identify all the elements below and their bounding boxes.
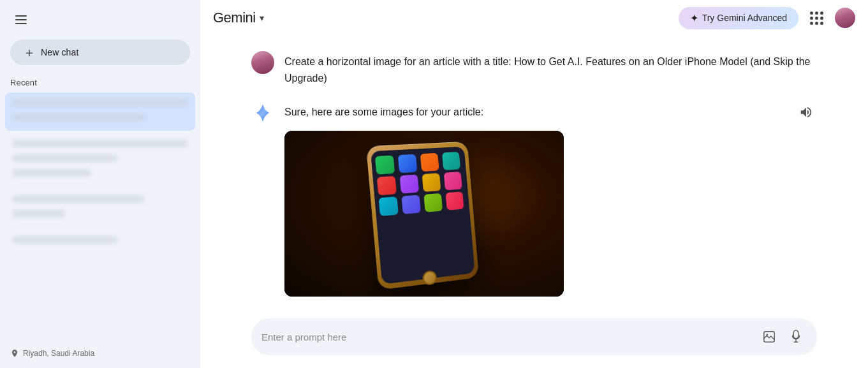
user-message-text: Create a horizontal image for an article… xyxy=(284,54,817,86)
list-item[interactable] xyxy=(5,133,195,186)
dropdown-caret-icon[interactable]: ▾ xyxy=(260,13,264,23)
user-avatar xyxy=(251,51,274,74)
avatar[interactable] xyxy=(835,8,855,28)
generated-image xyxy=(284,131,564,297)
hamburger-icon xyxy=(15,15,27,24)
gemini-response-text: Sure, here are some images for your arti… xyxy=(284,104,483,121)
image-upload-icon xyxy=(762,330,776,344)
app-icon xyxy=(377,176,397,195)
list-item[interactable] xyxy=(5,230,195,253)
location-text: Riyadh, Saudi Arabia xyxy=(23,349,94,358)
gemini-avatar xyxy=(251,101,274,124)
app-icon xyxy=(423,193,443,212)
iphone-screen xyxy=(371,146,475,284)
new-chat-button[interactable]: ＋ New chat xyxy=(10,40,190,65)
list-item[interactable] xyxy=(5,92,195,131)
try-advanced-button[interactable]: ✦ Try Gemini Advanced xyxy=(679,7,798,29)
input-bar xyxy=(251,318,817,355)
item-content xyxy=(13,195,188,221)
sidebar: ＋ New chat Recent xyxy=(0,0,200,368)
plus-icon: ＋ xyxy=(23,46,36,59)
item-content xyxy=(13,99,188,124)
app-icon xyxy=(420,153,439,172)
user-message-body: Create a horizontal image for an article… xyxy=(284,51,817,86)
sidebar-footer[interactable]: Riyadh, Saudi Arabia xyxy=(0,344,200,363)
topbar-left: Gemini ▾ xyxy=(213,10,264,26)
sidebar-header xyxy=(0,5,200,40)
topbar: Gemini ▾ ✦ Try Gemini Advanced xyxy=(200,0,868,36)
main-content: Gemini ▾ ✦ Try Gemini Advanced xyxy=(200,0,868,368)
response-header-row: Sure, here are some images for your arti… xyxy=(284,104,817,131)
chat-content: Create a horizontal image for an article… xyxy=(200,36,868,311)
iphone-background xyxy=(284,131,564,297)
app-icon xyxy=(398,154,418,173)
grid-icon xyxy=(810,11,823,25)
sparkle-icon: ✦ xyxy=(690,12,698,24)
item-content xyxy=(13,236,188,247)
input-bar-container xyxy=(200,311,868,368)
prompt-input[interactable] xyxy=(261,332,753,342)
app-icon xyxy=(444,172,462,190)
location-icon xyxy=(10,349,19,358)
microphone-button[interactable] xyxy=(785,326,807,348)
topbar-right: ✦ Try Gemini Advanced xyxy=(679,7,855,29)
volume-button[interactable] xyxy=(795,101,817,123)
user-message-row: Create a horizontal image for an article… xyxy=(251,51,817,86)
recent-items-list xyxy=(0,92,200,344)
iphone-device xyxy=(366,141,479,290)
try-advanced-label: Try Gemini Advanced xyxy=(702,13,787,23)
app-icon xyxy=(445,191,464,210)
app-icon xyxy=(375,155,395,174)
app-title: Gemini xyxy=(213,10,256,26)
gemini-message-row: Sure, here are some images for your arti… xyxy=(251,101,817,297)
apps-button[interactable] xyxy=(806,8,827,29)
item-content xyxy=(13,140,188,180)
list-item[interactable] xyxy=(5,189,195,227)
app-icon xyxy=(422,173,441,192)
microphone-icon xyxy=(789,330,803,344)
recent-label: Recent xyxy=(0,75,200,92)
app-icon xyxy=(400,174,419,193)
avatar-image xyxy=(835,8,855,28)
app-icon xyxy=(379,196,399,216)
new-chat-label: New chat xyxy=(41,47,78,57)
volume-icon xyxy=(799,105,813,119)
user-avatar-image xyxy=(251,51,274,74)
image-upload-button[interactable] xyxy=(758,326,780,348)
gemini-logo-icon xyxy=(251,101,274,124)
gemini-message-body: Sure, here are some images for your arti… xyxy=(284,101,817,297)
menu-button[interactable] xyxy=(10,10,32,29)
app-icon xyxy=(401,195,420,214)
app-icon xyxy=(442,152,460,170)
